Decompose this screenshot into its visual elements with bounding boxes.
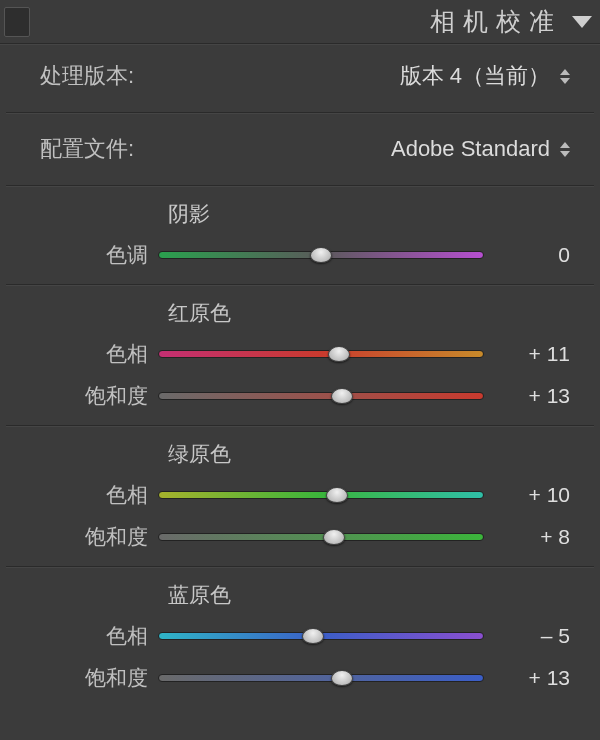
blue-hue-row: 色相 – 5 — [30, 615, 570, 657]
profile-popup-icon[interactable] — [560, 142, 570, 157]
shadows-tint-label: 色调 — [30, 241, 158, 269]
blue-saturation-row: 饱和度 + 13 — [30, 657, 570, 699]
process-version-label: 处理版本: — [40, 61, 134, 91]
profile-value[interactable]: Adobe Standard — [391, 136, 550, 162]
panel-title: 相机校准 — [430, 5, 562, 38]
blue-hue-slider[interactable] — [158, 632, 484, 640]
panel-switch-icon[interactable] — [4, 7, 30, 37]
slider-thumb[interactable] — [331, 670, 353, 686]
panel-disclosure-icon[interactable] — [572, 16, 592, 28]
green-saturation-slider[interactable] — [158, 533, 484, 541]
blue-saturation-value[interactable]: + 13 — [484, 666, 570, 690]
red-primary-title: 红原色 — [168, 299, 570, 327]
green-hue-value[interactable]: + 10 — [484, 483, 570, 507]
divider — [6, 425, 594, 426]
process-version-row: 处理版本: 版本 4（当前） — [0, 44, 600, 108]
divider — [6, 566, 594, 567]
slider-thumb[interactable] — [326, 487, 348, 503]
slider-thumb[interactable] — [302, 628, 324, 644]
process-version-popup-icon[interactable] — [560, 69, 570, 84]
green-hue-label: 色相 — [30, 481, 158, 509]
blue-primary-title: 蓝原色 — [168, 581, 570, 609]
green-saturation-label: 饱和度 — [30, 523, 158, 551]
blue-saturation-label: 饱和度 — [30, 664, 158, 692]
green-saturation-value[interactable]: + 8 — [484, 525, 570, 549]
shadows-tint-value[interactable]: 0 — [484, 243, 570, 267]
blue-hue-label: 色相 — [30, 622, 158, 650]
green-primary-section: 绿原色 色相 + 10 饱和度 + 8 — [0, 430, 600, 562]
red-saturation-row: 饱和度 + 13 — [30, 375, 570, 417]
blue-saturation-slider[interactable] — [158, 674, 484, 682]
slider-thumb[interactable] — [323, 529, 345, 545]
shadows-tint-row: 色调 0 — [30, 234, 570, 276]
slider-thumb[interactable] — [331, 388, 353, 404]
blue-primary-section: 蓝原色 色相 – 5 饱和度 + 13 — [0, 571, 600, 703]
process-version-value[interactable]: 版本 4（当前） — [400, 61, 550, 91]
divider — [6, 112, 594, 113]
green-primary-title: 绿原色 — [168, 440, 570, 468]
red-saturation-value[interactable]: + 13 — [484, 384, 570, 408]
red-hue-label: 色相 — [30, 340, 158, 368]
green-saturation-row: 饱和度 + 8 — [30, 516, 570, 558]
profile-row: 配置文件: Adobe Standard — [0, 117, 600, 181]
shadows-section: 阴影 色调 0 — [0, 190, 600, 280]
slider-thumb[interactable] — [310, 247, 332, 263]
red-hue-value[interactable]: + 11 — [484, 342, 570, 366]
panel-header: 相机校准 — [0, 0, 600, 44]
red-saturation-slider[interactable] — [158, 392, 484, 400]
shadows-title: 阴影 — [168, 200, 570, 228]
shadows-tint-slider[interactable] — [158, 251, 484, 259]
divider — [6, 284, 594, 285]
red-hue-row: 色相 + 11 — [30, 333, 570, 375]
blue-hue-value[interactable]: – 5 — [484, 624, 570, 648]
red-primary-section: 红原色 色相 + 11 饱和度 + 13 — [0, 289, 600, 421]
red-hue-slider[interactable] — [158, 350, 484, 358]
divider — [6, 185, 594, 186]
green-hue-slider[interactable] — [158, 491, 484, 499]
profile-label: 配置文件: — [40, 134, 134, 164]
green-hue-row: 色相 + 10 — [30, 474, 570, 516]
red-saturation-label: 饱和度 — [30, 382, 158, 410]
camera-calibration-panel: 相机校准 处理版本: 版本 4（当前） 配置文件: Adobe Standard… — [0, 0, 600, 740]
slider-thumb[interactable] — [328, 346, 350, 362]
